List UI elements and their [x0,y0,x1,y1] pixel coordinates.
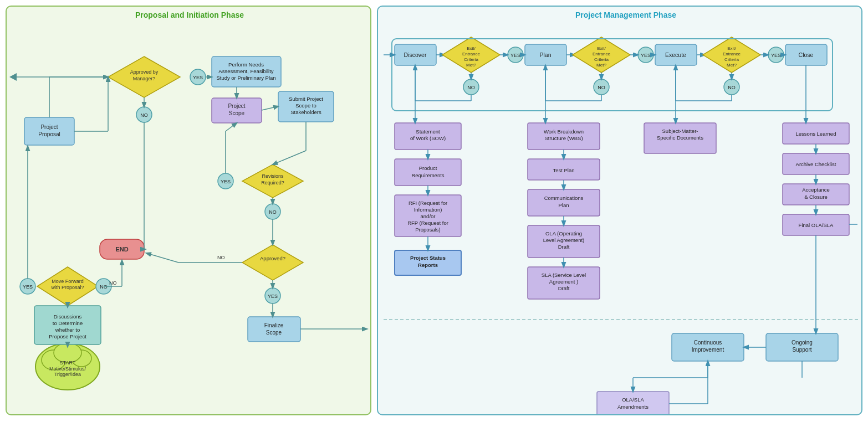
svg-text:Assessment, Feasibility: Assessment, Feasibility [218,68,274,74]
svg-text:Entrance: Entrance [593,52,611,56]
svg-text:Stakeholders: Stakeholders [290,109,321,115]
svg-text:Agreement ): Agreement ) [549,279,578,285]
svg-text:Criteria: Criteria [464,57,478,62]
svg-text:Final OLA/SLA: Final OLA/SLA [799,222,834,228]
svg-text:Criteria: Criteria [594,57,609,62]
svg-text:Entrance: Entrance [462,52,481,56]
svg-text:Statement: Statement [416,128,440,135]
svg-text:Scope: Scope [266,330,282,336]
svg-text:Project Status: Project Status [410,255,446,261]
svg-text:Exit/: Exit/ [467,46,476,51]
right-phase-title: Project Management Phase [575,11,676,19]
svg-text:YES: YES [771,53,781,58]
left-panel: Proposal and Initiation Phase START Moti… [6,6,371,415]
svg-text:NO: NO [140,112,148,118]
svg-text:Proposals): Proposals) [415,227,440,233]
svg-text:with Proposal?: with Proposal? [50,285,84,290]
svg-text:Information): Information) [414,207,442,213]
svg-text:Approved by: Approved by [130,69,159,75]
svg-text:Trigger/Idea: Trigger/Idea [54,372,81,377]
svg-line-47 [273,151,306,164]
svg-text:Test Plan: Test Plan [553,167,574,173]
svg-text:OLA (Operating: OLA (Operating [545,230,582,236]
svg-text:YES: YES [268,294,278,299]
svg-text:START: START [60,360,76,366]
svg-text:Support: Support [792,347,811,353]
svg-text:Met?: Met? [727,63,737,68]
svg-text:Revisions: Revisions [262,173,284,179]
svg-text:to Determine: to Determine [53,320,83,326]
svg-line-50 [226,123,237,131]
svg-text:Discover: Discover [404,52,427,58]
svg-text:Archive Checklist: Archive Checklist [796,161,836,167]
svg-text:Ongoing: Ongoing [792,339,813,346]
svg-text:Reports: Reports [418,262,438,268]
svg-text:Motive/Stimulus/: Motive/Stimulus/ [49,366,86,372]
svg-line-43 [262,106,278,110]
svg-text:YES: YES [23,284,33,290]
svg-line-56 [146,253,178,263]
svg-text:Scope to: Scope to [295,102,316,109]
svg-text:Discussions: Discussions [54,313,82,320]
svg-text:YES: YES [510,53,520,58]
svg-marker-68 [9,73,17,81]
svg-text:Lessons Learned: Lessons Learned [796,131,836,137]
svg-text:Acceptance: Acceptance [802,187,830,193]
svg-text:Work Breakdown: Work Breakdown [544,128,584,135]
right-panel: Project Management Phase Discover Exit/ … [377,6,862,415]
svg-text:Move Forward: Move Forward [52,279,84,284]
svg-text:Entrance: Entrance [723,52,741,56]
svg-text:NO: NO [217,255,225,260]
svg-text:Requirements: Requirements [411,172,444,178]
ops-phase-title: Operations and Production Phase [568,414,683,415]
svg-text:Perform Needs: Perform Needs [228,61,264,68]
svg-text:Submit Project: Submit Project [289,96,323,102]
svg-text:& Closure: & Closure [804,194,828,200]
left-phase-title: Proposal and Initiation Phase [135,11,244,19]
svg-text:NO: NO [467,85,475,90]
main-container: Proposal and Initiation Phase START Moti… [0,0,868,422]
svg-text:OLA/SLA: OLA/SLA [622,397,644,403]
svg-text:Finalize: Finalize [264,322,284,328]
svg-text:Met?: Met? [466,63,476,68]
svg-text:Exit/: Exit/ [597,46,606,51]
svg-text:Required?: Required? [261,180,284,186]
svg-text:Study or Preliminary Plan: Study or Preliminary Plan [216,75,275,81]
svg-text:RFP (Request for: RFP (Request for [407,220,448,226]
svg-text:Plan: Plan [539,52,551,58]
approved2-node [242,245,303,280]
svg-text:Close: Close [799,52,814,58]
svg-text:RFI (Request for: RFI (Request for [409,200,447,206]
svg-text:Project: Project [228,103,245,109]
svg-text:YES: YES [221,179,231,184]
svg-text:YES: YES [641,53,651,58]
svg-text:Approved?: Approved? [260,255,285,261]
svg-text:NO: NO [109,280,117,286]
svg-text:Execute: Execute [665,52,686,58]
svg-text:Communications: Communications [544,195,584,201]
svg-text:Amendments: Amendments [617,404,649,410]
svg-text:Proposal: Proposal [38,131,60,137]
svg-text:SLA (Service Level: SLA (Service Level [542,272,586,278]
svg-text:Manager?: Manager? [133,76,156,81]
svg-text:Draft: Draft [558,244,570,250]
svg-text:Scope: Scope [229,110,245,116]
svg-text:Level Agreement): Level Agreement) [543,237,584,243]
svg-text:NO: NO [269,209,277,215]
svg-text:Criteria: Criteria [724,57,739,62]
svg-text:Improvement: Improvement [692,347,724,353]
svg-text:Structure (WBS): Structure (WBS) [544,135,583,141]
svg-text:Propose Project: Propose Project [49,333,86,339]
svg-text:of Work (SOW): of Work (SOW) [410,135,446,141]
svg-text:Draft: Draft [558,285,570,291]
svg-text:whether to: whether to [55,327,80,333]
svg-text:Continuous: Continuous [694,339,722,346]
svg-text:YES: YES [193,75,203,80]
svg-text:Subject-Matter-: Subject-Matter- [662,128,698,134]
left-flowchart: Proposal and Initiation Phase START Moti… [7,7,372,415]
svg-text:and/or: and/or [421,213,436,219]
svg-text:Project: Project [40,124,58,130]
svg-text:Exit/: Exit/ [727,46,736,51]
right-flowchart: Project Management Phase Discover Exit/ … [378,7,862,415]
svg-text:NO: NO [728,85,736,90]
